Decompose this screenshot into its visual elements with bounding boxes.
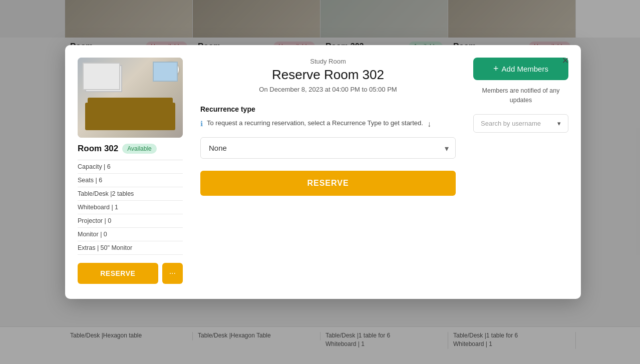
spec-seats: Seats | 6	[78, 174, 183, 187]
spec-monitor: Monitor | 0	[78, 228, 183, 241]
recurrence-label: Recurrence type	[200, 105, 456, 113]
reserve-title: Reserve Room 302	[200, 67, 456, 83]
search-username-dropdown[interactable]: Search by username ▾	[473, 114, 568, 133]
main-reserve-button[interactable]: RESERVE	[200, 171, 456, 196]
left-reserve-button[interactable]: RESERVE	[78, 263, 158, 284]
add-members-button[interactable]: + Add Members	[473, 58, 568, 80]
search-placeholder-text: Search by username	[481, 120, 541, 127]
arrow-down-icon: ↓	[427, 118, 431, 130]
spec-whiteboard: Whiteboard | 1	[78, 201, 183, 214]
study-room-label: Study Room	[200, 58, 456, 65]
room-specs: Capacity | 6 Seats | 6 Table/Desk |2 tab…	[78, 160, 183, 255]
info-box: ℹ To request a recurring reservation, se…	[200, 118, 456, 130]
date-time: On December 8, 2023 at 04:00 PM to 05:00…	[200, 86, 456, 93]
spec-extras: Extras | 50" Monitor	[78, 241, 183, 255]
spec-capacity: Capacity | 6	[78, 160, 183, 174]
spec-projector: Projector | 0	[78, 214, 183, 228]
recurrence-select[interactable]: None Daily Weekly Monthly	[200, 137, 456, 159]
room-photo-image	[78, 58, 183, 138]
room-name-row: Room 302 Available	[78, 144, 183, 154]
close-button[interactable]: ×	[557, 53, 573, 69]
plus-icon: +	[493, 64, 499, 74]
modal-right-panel: + Add Members Members are notified of an…	[473, 58, 568, 284]
modal-center-panel: Study Room Reserve Room 302 On December …	[195, 58, 461, 284]
recurrence-select-wrapper[interactable]: None Daily Weekly Monthly ▾	[200, 137, 456, 159]
spec-tabledesk: Table/Desk |2 tables	[78, 187, 183, 201]
room-photo: ♡	[78, 58, 183, 138]
members-notice: Members are notified of any updates	[473, 86, 568, 105]
more-options-button[interactable]: ···	[162, 263, 183, 284]
info-text: To request a recurring reservation, sele…	[207, 118, 423, 128]
modal: × ♡ Room 302 Available Capacity | 6 Seat…	[65, 45, 581, 299]
left-reserve-row: RESERVE ···	[78, 263, 183, 284]
info-icon: ℹ	[200, 119, 203, 129]
search-dropdown-arrow-icon: ▾	[557, 120, 561, 127]
availability-badge: Available	[122, 144, 156, 154]
room-name: Room 302	[78, 144, 118, 154]
add-members-label: Add Members	[502, 65, 548, 73]
modal-left-panel: ♡ Room 302 Available Capacity | 6 Seats …	[78, 58, 183, 284]
